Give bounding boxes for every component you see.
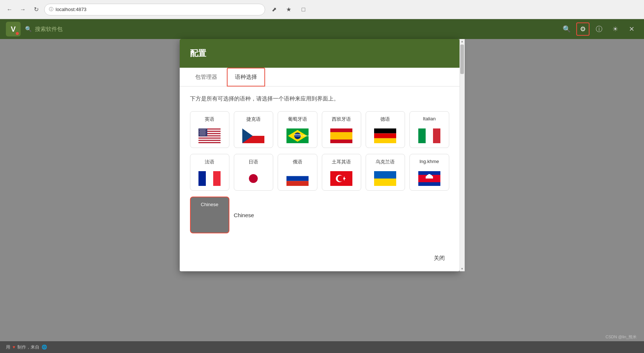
more-icon-button[interactable]: ✕ — [625, 22, 638, 36]
lock-icon: ⓘ — [49, 6, 53, 13]
flag-cz — [242, 128, 264, 143]
ua-flag-svg — [374, 171, 396, 186]
flag-fr — [198, 171, 221, 186]
lang-name-tr: 土耳其语 — [332, 159, 351, 165]
reload-button[interactable]: ↻ — [31, 4, 41, 15]
cz-flag-svg — [242, 128, 264, 143]
flag-de — [374, 128, 396, 143]
bottom-text2: 制作，来自 — [17, 344, 39, 350]
jp-flag-svg — [242, 171, 264, 186]
flag-es — [330, 128, 352, 143]
dialog-scrollbar[interactable]: ▲ ▼ — [460, 39, 465, 271]
ru-flag-svg — [286, 171, 309, 186]
tr-flag-svg — [330, 171, 352, 186]
tabs-row: 包管理器 语种选择 — [180, 68, 460, 87]
svg-rect-22 — [330, 132, 352, 140]
lang-card-ja[interactable]: 日语 — [234, 154, 273, 191]
scroll-down-button[interactable]: ▼ — [461, 267, 464, 271]
kh-flag-svg — [418, 171, 440, 186]
app-toolbar: V 🔍 搜索软件包 🔍 ⚙ ⓘ ☀ ✕ — [0, 19, 644, 39]
lang-card-ru[interactable]: 俄语 — [278, 154, 317, 191]
scroll-up-button[interactable]: ▲ — [461, 40, 464, 43]
language-grid-row2: 法语 日语 — [190, 154, 449, 191]
main-content: 配置 包管理器 语种选择 下方是所有可选择的语种，请选择一个语种来应用到界面上。… — [0, 39, 644, 353]
svg-rect-47 — [427, 175, 432, 176]
back-button[interactable]: ← — [4, 4, 15, 15]
share-button[interactable]: ⬈ — [268, 4, 280, 15]
lang-name-de: 德语 — [380, 116, 390, 123]
browser-actions: ⬈ ★ □ — [268, 4, 309, 15]
lang-name-it: Italian — [423, 116, 436, 121]
search-area[interactable]: 🔍 搜索软件包 — [25, 26, 63, 33]
de-flag-svg — [374, 128, 396, 143]
address-bar[interactable]: ⓘ localhost:4873 — [44, 4, 265, 15]
search-icon-button[interactable]: 🔍 — [560, 22, 573, 36]
settings-icon-button[interactable]: ⚙ — [576, 22, 590, 36]
lang-card-uk[interactable]: 乌克兰语 — [366, 154, 405, 191]
svg-text:ORDEM E PROGRESSO: ORDEM E PROGRESSO — [295, 135, 309, 137]
heart-icon: ♥ — [13, 345, 15, 350]
lang-name-ja: 日语 — [249, 159, 258, 165]
browser-chrome: ← → ↻ ⓘ localhost:4873 ⬈ ★ □ — [0, 0, 644, 19]
svg-rect-5 — [198, 139, 221, 140]
br-flag-svg: ORDEM E PROGRESSO — [286, 128, 309, 143]
svg-rect-36 — [286, 181, 309, 186]
lang-card-de[interactable]: 德语 — [366, 111, 405, 148]
bookmark-button[interactable]: ★ — [283, 4, 295, 15]
lang-name-cs: 捷克语 — [246, 116, 261, 123]
svg-rect-23 — [374, 128, 396, 133]
svg-rect-29 — [198, 171, 206, 186]
theme-icon-button[interactable]: ☀ — [609, 22, 622, 36]
dialog-content: 下方是所有可选择的语种，请选择一个语种来应用到界面上。 英语 — [180, 87, 460, 248]
bottom-bar: 用 ♥ 制作，来自 🌐 — [0, 341, 644, 353]
chinese-label-text: Chinese — [234, 212, 254, 218]
toolbar-right: 🔍 ⚙ ⓘ ☀ ✕ — [560, 22, 638, 36]
close-button[interactable]: 关闭 — [429, 253, 449, 264]
flag-br: ORDEM E PROGRESSO — [286, 128, 309, 143]
svg-rect-46 — [426, 176, 432, 179]
lang-card-pt[interactable]: 葡萄牙语 ORDEM E PROGRESSO — [278, 111, 317, 148]
lang-name-fr: 法语 — [205, 159, 214, 165]
settings-dialog: 配置 包管理器 语种选择 下方是所有可选择的语种，请选择一个语种来应用到界面上。… — [180, 39, 460, 271]
svg-rect-35 — [286, 176, 309, 181]
lang-name-zh: Chinese — [201, 202, 218, 207]
flag-us: ★★★★★★ ★★★★★ ★★★★★★ ★★★★★ ★★★★★★ ★★★★★ — [198, 128, 221, 143]
dialog-header: 配置 — [180, 39, 460, 68]
forward-button[interactable]: → — [18, 4, 28, 15]
lang-name-uk: 乌克兰语 — [376, 159, 395, 165]
flag-tr — [330, 171, 352, 186]
svg-rect-4 — [198, 137, 221, 138]
us-flag-svg: ★★★★★★ ★★★★★ ★★★★★★ ★★★★★ ★★★★★★ ★★★★★ — [198, 128, 221, 143]
globe-icon: 🌐 — [42, 345, 47, 350]
lang-card-km[interactable]: lng.khme — [409, 154, 449, 191]
flag-it — [418, 128, 440, 143]
lang-card-it[interactable]: Italian — [409, 111, 449, 148]
flag-jp — [242, 171, 264, 186]
app-logo: V — [6, 22, 21, 36]
search-placeholder: 搜索软件包 — [35, 26, 63, 33]
lang-name-en: 英语 — [205, 116, 214, 123]
lang-name-ru: 俄语 — [293, 159, 302, 165]
svg-rect-43 — [374, 179, 396, 186]
svg-rect-49 — [426, 176, 426, 179]
lang-card-en[interactable]: 英语 — [190, 111, 229, 148]
info-icon-button[interactable]: ⓘ — [592, 22, 606, 36]
lang-card-cs[interactable]: 捷克语 — [234, 111, 273, 148]
flag-ru — [286, 171, 309, 186]
tab-pkg-manager[interactable]: 包管理器 — [187, 68, 225, 87]
es-flag-svg — [330, 128, 352, 143]
lang-card-tr[interactable]: 土耳其语 — [322, 154, 361, 191]
lang-card-fr[interactable]: 法语 — [190, 154, 229, 191]
dialog-title: 配置 — [190, 49, 206, 58]
lang-card-zh[interactable]: Chinese — [190, 197, 229, 233]
logo-v-icon: V — [11, 25, 15, 33]
svg-point-33 — [249, 174, 258, 183]
dialog-wrapper: 配置 包管理器 语种选择 下方是所有可选择的语种，请选择一个语种来应用到界面上。… — [180, 39, 465, 271]
lang-card-es[interactable]: 西班牙语 — [322, 111, 361, 148]
tab-lang-select[interactable]: 语种选择 — [227, 68, 265, 87]
svg-point-39 — [338, 176, 344, 181]
watermark: CSDN @lin_熊米 — [605, 334, 637, 340]
scroll-thumb — [460, 45, 464, 74]
window-button[interactable]: □ — [298, 4, 309, 15]
url-text: localhost:4873 — [56, 7, 87, 12]
